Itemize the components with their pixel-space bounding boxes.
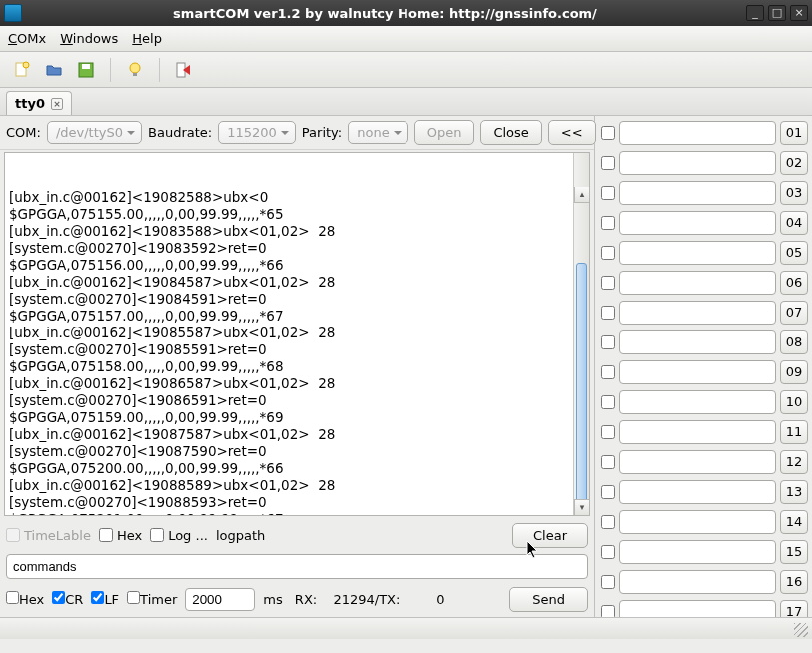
quick-send-number-button[interactable]: 13 bbox=[780, 480, 808, 504]
quick-send-row: 10 bbox=[601, 389, 808, 415]
quick-send-input[interactable] bbox=[619, 600, 776, 617]
quick-send-input[interactable] bbox=[619, 330, 776, 354]
close-button[interactable]: Close bbox=[480, 120, 541, 145]
quick-send-number-button[interactable]: 15 bbox=[780, 540, 808, 564]
quick-send-number-button[interactable]: 01 bbox=[780, 121, 808, 145]
quick-send-number-button[interactable]: 05 bbox=[780, 241, 808, 265]
terminal-scrollbar[interactable]: ▴ ▾ bbox=[573, 153, 589, 515]
quick-send-input[interactable] bbox=[619, 241, 776, 265]
terminal-line: $GPGGA,075157.00,,,,,0,00,99.99,,,,,*67 bbox=[9, 308, 585, 325]
terminal-line: [ubx_in.c@00162]<19085587>ubx<01,02> 28 bbox=[9, 325, 585, 341]
tab-label: tty0 bbox=[15, 96, 45, 111]
exit-icon[interactable] bbox=[172, 58, 196, 82]
quick-send-input[interactable] bbox=[619, 420, 776, 444]
com-port-combo[interactable]: /dev/ttyS0 bbox=[47, 121, 142, 144]
lightbulb-icon[interactable] bbox=[123, 58, 147, 82]
quick-send-checkbox[interactable] bbox=[601, 335, 615, 349]
quick-send-checkbox[interactable] bbox=[601, 306, 615, 320]
maximize-button[interactable]: □ bbox=[768, 5, 786, 21]
timer-checkbox[interactable]: Timer bbox=[127, 591, 177, 607]
quick-send-number-button[interactable]: 09 bbox=[780, 360, 808, 384]
quick-send-number-button[interactable]: 06 bbox=[780, 271, 808, 295]
quick-send-number-button[interactable]: 12 bbox=[780, 450, 808, 474]
baudrate-combo[interactable]: 115200 bbox=[218, 121, 296, 144]
scroll-up-icon[interactable]: ▴ bbox=[574, 187, 589, 203]
save-icon[interactable] bbox=[74, 58, 98, 82]
close-window-button[interactable]: × bbox=[790, 5, 808, 21]
quick-send-input[interactable] bbox=[619, 360, 776, 384]
quick-send-checkbox[interactable] bbox=[601, 545, 615, 559]
options-row: TimeLable Hex Log ... logpath Clear bbox=[0, 518, 594, 552]
terminal-output[interactable]: [ubx_in.c@00162]<19082588>ubx<0$GPGGA,07… bbox=[4, 152, 590, 516]
quick-send-number-button[interactable]: 04 bbox=[780, 211, 808, 235]
quick-send-checkbox[interactable] bbox=[601, 276, 615, 290]
quick-send-input[interactable] bbox=[619, 151, 776, 175]
quick-send-checkbox[interactable] bbox=[601, 515, 615, 529]
clear-button[interactable]: Clear bbox=[512, 523, 588, 548]
parity-combo[interactable]: none bbox=[348, 121, 407, 144]
quick-send-number-button[interactable]: 02 bbox=[780, 151, 808, 175]
quick-send-checkbox[interactable] bbox=[601, 126, 615, 140]
quick-send-checkbox[interactable] bbox=[601, 365, 615, 379]
command-input[interactable] bbox=[6, 554, 588, 579]
log-checkbox[interactable]: Log ... bbox=[150, 528, 208, 543]
tab-tty0[interactable]: tty0 × bbox=[6, 91, 72, 115]
quick-send-checkbox[interactable] bbox=[601, 575, 615, 589]
quick-send-checkbox[interactable] bbox=[601, 425, 615, 439]
minimize-button[interactable]: _ bbox=[746, 5, 764, 21]
quick-send-number-button[interactable]: 10 bbox=[780, 390, 808, 414]
quick-send-checkbox[interactable] bbox=[601, 156, 615, 170]
menu-windows[interactable]: Windows bbox=[60, 31, 118, 46]
rx-value: 21294/TX: bbox=[325, 592, 400, 607]
send-button[interactable]: Send bbox=[509, 587, 588, 612]
quick-send-row: 07 bbox=[601, 300, 808, 326]
quick-send-checkbox[interactable] bbox=[601, 246, 615, 260]
quick-send-input[interactable] bbox=[619, 510, 776, 534]
hex-display-checkbox[interactable]: Hex bbox=[99, 528, 142, 543]
quick-send-checkbox[interactable] bbox=[601, 605, 615, 617]
quick-send-row: 17 bbox=[601, 599, 808, 617]
tab-close-icon[interactable]: × bbox=[51, 98, 63, 110]
quick-send-checkbox[interactable] bbox=[601, 485, 615, 499]
quick-send-number-button[interactable]: 16 bbox=[780, 570, 808, 594]
quick-send-number-button[interactable]: 11 bbox=[780, 420, 808, 444]
quick-send-number-button[interactable]: 03 bbox=[780, 181, 808, 205]
quick-send-input[interactable] bbox=[619, 211, 776, 235]
quick-send-checkbox[interactable] bbox=[601, 216, 615, 230]
quick-send-number-button[interactable]: 08 bbox=[780, 330, 808, 354]
menu-help[interactable]: Help bbox=[132, 31, 162, 46]
open-folder-icon[interactable] bbox=[42, 58, 66, 82]
open-button[interactable]: Open bbox=[414, 120, 475, 145]
timer-value-input[interactable] bbox=[185, 588, 255, 611]
terminal-line: $GPGGA,075156.00,,,,,0,00,99.99,,,,,*66 bbox=[9, 257, 585, 274]
quick-send-input[interactable] bbox=[619, 540, 776, 564]
menu-comx[interactable]: COMx bbox=[8, 31, 46, 46]
quick-send-number-button[interactable]: 17 bbox=[780, 600, 808, 617]
timelabel-checkbox[interactable]: TimeLable bbox=[6, 528, 91, 543]
quick-send-number-button[interactable]: 07 bbox=[780, 301, 808, 325]
quick-send-input[interactable] bbox=[619, 301, 776, 325]
new-document-icon[interactable] bbox=[10, 58, 34, 82]
quick-send-input[interactable] bbox=[619, 271, 776, 295]
quick-send-row: 03 bbox=[601, 180, 808, 206]
lf-checkbox[interactable]: LF bbox=[91, 591, 119, 607]
cr-checkbox[interactable]: CR bbox=[52, 591, 83, 607]
scroll-down-icon[interactable]: ▾ bbox=[574, 499, 589, 515]
quick-send-row: 09 bbox=[601, 359, 808, 385]
scroll-thumb[interactable] bbox=[576, 263, 587, 502]
tabstrip: tty0 × bbox=[0, 88, 812, 116]
quick-send-input[interactable] bbox=[619, 450, 776, 474]
quick-send-checkbox[interactable] bbox=[601, 395, 615, 409]
quick-send-checkbox[interactable] bbox=[601, 186, 615, 200]
collapse-button[interactable]: << bbox=[548, 120, 596, 145]
quick-send-input[interactable] bbox=[619, 570, 776, 594]
quick-send-checkbox[interactable] bbox=[601, 455, 615, 469]
hex-send-checkbox[interactable]: Hex bbox=[6, 591, 44, 607]
quick-send-input[interactable] bbox=[619, 390, 776, 414]
quick-send-input[interactable] bbox=[619, 121, 776, 145]
resize-grip-icon[interactable] bbox=[794, 623, 808, 637]
quick-send-number-button[interactable]: 14 bbox=[780, 510, 808, 534]
com-label: COM: bbox=[6, 125, 41, 140]
quick-send-input[interactable] bbox=[619, 181, 776, 205]
quick-send-input[interactable] bbox=[619, 480, 776, 504]
